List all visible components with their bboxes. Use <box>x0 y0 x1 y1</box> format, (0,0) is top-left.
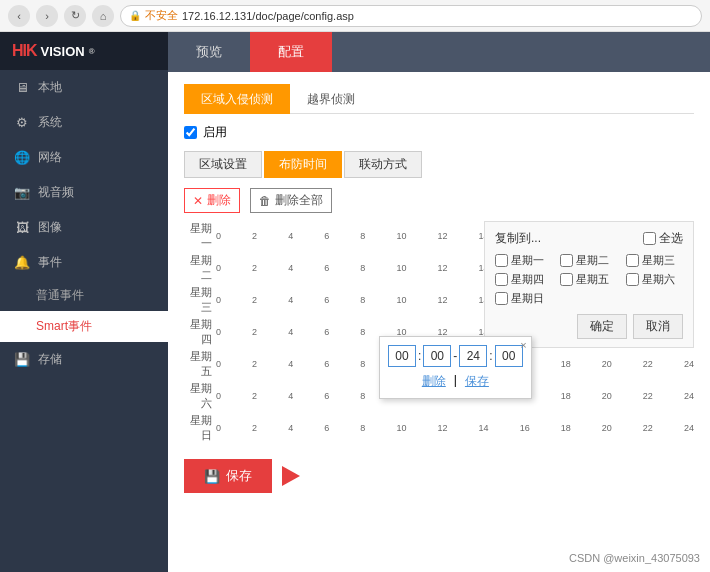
copy-fri-label: 星期五 <box>576 272 609 287</box>
logo-hik: HIK <box>12 42 37 60</box>
sidebar-label-video: 视音频 <box>38 184 74 201</box>
copy-panel-title: 复制到... 全选 <box>495 230 683 247</box>
nav-preview[interactable]: 预览 <box>168 32 250 72</box>
nav-config-label: 配置 <box>278 43 304 61</box>
delete-all-button[interactable]: 🗑 删除全部 <box>250 188 332 213</box>
sidebar-item-network[interactable]: 🌐 网络 <box>0 140 168 175</box>
tab-zone-detect[interactable]: 区域入侵侦测 <box>184 84 290 114</box>
save-disk-icon: 💾 <box>204 469 220 484</box>
time-separator: | <box>454 373 457 390</box>
copy-option-tue[interactable]: 星期二 <box>560 253 617 268</box>
sidebar-subitem-normal-event[interactable]: 普通事件 <box>0 280 168 311</box>
system-icon: ⚙ <box>14 115 30 130</box>
time-popup-inputs: : - : <box>388 345 523 367</box>
sub-tab-link-label: 联动方式 <box>359 157 407 171</box>
end-min-input[interactable] <box>495 345 523 367</box>
top-nav: 预览 配置 <box>168 32 710 72</box>
lock-icon: 🔒 <box>129 10 141 21</box>
day-label-fri: 星期五 <box>184 349 216 379</box>
sub-tab-guard-time[interactable]: 布防时间 <box>264 151 342 178</box>
sidebar-item-local[interactable]: 🖥 本地 <box>0 70 168 105</box>
schedule-container: 复制到... 全选 星期一 星期二 <box>184 221 694 443</box>
day-label-mon: 星期一 <box>184 221 216 251</box>
home-button[interactable]: ⌂ <box>92 5 114 27</box>
sidebar-item-storage[interactable]: 💾 存储 <box>0 342 168 377</box>
copy-option-fri[interactable]: 星期五 <box>560 272 617 287</box>
time-colon-2: : <box>489 349 492 363</box>
copy-option-sun[interactable]: 星期日 <box>495 291 552 306</box>
local-icon: 🖥 <box>14 80 30 95</box>
copy-option-wed[interactable]: 星期三 <box>626 253 683 268</box>
sidebar-label-network: 网络 <box>38 149 62 166</box>
start-min-input[interactable] <box>423 345 451 367</box>
tab-bar: 区域入侵侦测 越界侦测 <box>184 84 694 114</box>
back-button[interactable]: ‹ <box>8 5 30 27</box>
normal-event-label: 普通事件 <box>36 288 84 302</box>
copy-options: 星期一 星期二 星期三 星期四 <box>495 253 683 306</box>
sidebar-label-event: 事件 <box>38 254 62 271</box>
toolbar: ✕ 删除 🗑 删除全部 <box>184 188 694 213</box>
delete-button[interactable]: ✕ 删除 <box>184 188 240 213</box>
time-popup-actions: 删除 | 保存 <box>388 373 523 390</box>
video-icon: 📷 <box>14 185 30 200</box>
sidebar: HIKVISION® 🖥 本地 ⚙ 系统 🌐 网络 📷 视音频 🖼 图像 🔔 事… <box>0 32 168 572</box>
scale-nums-sun: 024681012141618202224 <box>216 423 694 433</box>
start-hour-input[interactable] <box>388 345 416 367</box>
time-popup: × : - : 删除 | 保存 <box>379 336 532 399</box>
main-content: 预览 配置 区域入侵侦测 越界侦测 启用 <box>168 32 710 572</box>
tab-border-detect[interactable]: 越界侦测 <box>290 84 372 114</box>
sub-tab-link-method[interactable]: 联动方式 <box>344 151 422 178</box>
copy-all-checkbox[interactable] <box>643 232 656 245</box>
end-hour-input[interactable] <box>459 345 487 367</box>
copy-sun-label: 星期日 <box>511 291 544 306</box>
sidebar-logo: HIKVISION® <box>0 32 168 70</box>
enable-label: 启用 <box>203 124 227 141</box>
sub-tab-zone-settings[interactable]: 区域设置 <box>184 151 262 178</box>
copy-sat-label: 星期六 <box>642 272 675 287</box>
copy-title-label: 复制到... <box>495 230 541 247</box>
tab-zone-label: 区域入侵侦测 <box>201 92 273 106</box>
copy-mon-label: 星期一 <box>511 253 544 268</box>
time-delete-link[interactable]: 删除 <box>422 373 446 390</box>
copy-confirm-button[interactable]: 确定 <box>577 314 627 339</box>
url-bar[interactable]: 🔒 不安全 172.16.12.131/doc/page/config.asp <box>120 5 702 27</box>
day-label-sat: 星期六 <box>184 381 216 411</box>
popup-close-button[interactable]: × <box>520 339 526 351</box>
enable-checkbox[interactable] <box>184 126 197 139</box>
security-label: 不安全 <box>145 8 178 23</box>
sidebar-item-system[interactable]: ⚙ 系统 <box>0 105 168 140</box>
day-label-thu: 星期四 <box>184 317 216 347</box>
storage-icon: 💾 <box>14 352 30 367</box>
watermark: CSDN @weixin_43075093 <box>569 552 700 564</box>
copy-option-mon[interactable]: 星期一 <box>495 253 552 268</box>
forward-button[interactable]: › <box>36 5 58 27</box>
copy-panel: 复制到... 全选 星期一 星期二 <box>484 221 694 348</box>
save-main-button[interactable]: 💾 保存 <box>184 459 272 493</box>
day-label-tue: 星期二 <box>184 253 216 283</box>
time-dash: - <box>453 349 457 363</box>
copy-cancel-button[interactable]: 取消 <box>633 314 683 339</box>
time-save-link[interactable]: 保存 <box>465 373 489 390</box>
sidebar-subitem-smart-event[interactable]: Smart事件 <box>0 311 168 342</box>
sidebar-label-image: 图像 <box>38 219 62 236</box>
copy-all-label: 全选 <box>659 230 683 247</box>
day-label-sun: 星期日 <box>184 413 216 443</box>
sidebar-item-event[interactable]: 🔔 事件 <box>0 245 168 280</box>
delete-x-icon: ✕ <box>193 194 203 208</box>
save-main-label: 保存 <box>226 467 252 485</box>
sidebar-item-image[interactable]: 🖼 图像 <box>0 210 168 245</box>
sub-tab-guard-label: 布防时间 <box>279 157 327 171</box>
copy-thu-label: 星期四 <box>511 272 544 287</box>
copy-option-sat[interactable]: 星期六 <box>626 272 683 287</box>
logo-reg: ® <box>89 47 95 56</box>
nav-preview-label: 预览 <box>196 43 222 61</box>
app-container: HIKVISION® 🖥 本地 ⚙ 系统 🌐 网络 📷 视音频 🖼 图像 🔔 事… <box>0 32 710 572</box>
network-icon: 🌐 <box>14 150 30 165</box>
refresh-button[interactable]: ↻ <box>64 5 86 27</box>
sidebar-item-video[interactable]: 📷 视音频 <box>0 175 168 210</box>
smart-event-label: Smart事件 <box>36 319 92 333</box>
copy-tue-label: 星期二 <box>576 253 609 268</box>
delete-label: 删除 <box>207 192 231 209</box>
copy-option-thu[interactable]: 星期四 <box>495 272 552 287</box>
nav-config[interactable]: 配置 <box>250 32 332 72</box>
